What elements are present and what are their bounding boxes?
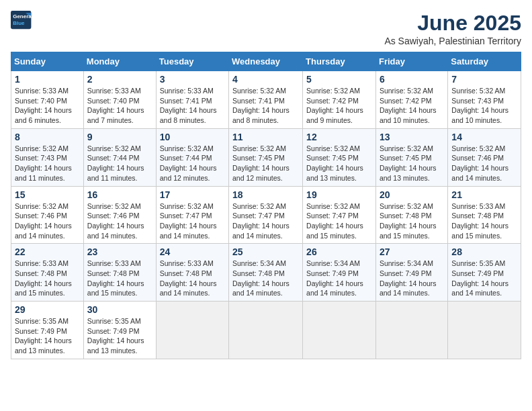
day-info: Sunrise: 5:32 AMSunset: 7:41 PMDaylight:… [232,86,299,126]
day-info: Sunrise: 5:33 AMSunset: 7:48 PMDaylight:… [451,201,517,241]
day-number: 20 [380,189,444,200]
day-number: 13 [380,132,444,142]
day-number: 4 [232,74,299,85]
day-info: Sunrise: 5:33 AMSunset: 7:40 PMDaylight:… [87,86,152,126]
day-info: Sunrise: 5:32 AMSunset: 7:47 PMDaylight:… [306,201,372,241]
weekday-header-thursday: Thursday [303,52,376,71]
svg-text:Blue: Blue [13,20,25,26]
day-number: 28 [451,246,517,257]
calendar-cell [303,302,376,359]
calendar-cell: 9Sunrise: 5:32 AMSunset: 7:44 PMDaylight… [83,128,156,186]
day-number: 17 [160,189,225,200]
day-info: Sunrise: 5:32 AMSunset: 7:47 PMDaylight:… [160,201,225,241]
calendar-cell: 16Sunrise: 5:32 AMSunset: 7:46 PMDayligh… [83,186,156,244]
day-number: 19 [306,189,372,200]
day-number: 3 [160,74,225,85]
day-info: Sunrise: 5:32 AMSunset: 7:45 PMDaylight:… [380,144,444,183]
logo: General Blue [11,11,32,30]
calendar-cell: 8Sunrise: 5:32 AMSunset: 7:43 PMDaylight… [11,128,84,186]
day-info: Sunrise: 5:32 AMSunset: 7:44 PMDaylight:… [160,144,225,183]
weekday-header-saturday: Saturday [448,52,521,71]
day-info: Sunrise: 5:32 AMSunset: 7:44 PMDaylight:… [87,144,152,183]
day-info: Sunrise: 5:32 AMSunset: 7:45 PMDaylight:… [232,144,299,183]
week-row-4: 22Sunrise: 5:33 AMSunset: 7:48 PMDayligh… [11,244,521,302]
calendar-cell: 30Sunrise: 5:35 AMSunset: 7:49 PMDayligh… [83,302,156,359]
day-number: 21 [451,189,517,200]
day-number: 25 [232,246,299,257]
day-info: Sunrise: 5:32 AMSunset: 7:45 PMDaylight:… [306,144,372,183]
week-row-2: 8Sunrise: 5:32 AMSunset: 7:43 PMDaylight… [11,128,521,186]
calendar-cell: 7Sunrise: 5:32 AMSunset: 7:43 PMDaylight… [448,71,521,129]
day-number: 9 [87,132,152,142]
day-number: 6 [380,74,444,85]
calendar-cell: 15Sunrise: 5:32 AMSunset: 7:46 PMDayligh… [11,186,84,244]
day-number: 22 [15,246,80,257]
calendar-cell [375,302,447,359]
logo-icon: General Blue [11,11,32,30]
calendar-cell: 22Sunrise: 5:33 AMSunset: 7:48 PMDayligh… [11,244,84,302]
day-number: 27 [380,246,444,257]
day-info: Sunrise: 5:35 AMSunset: 7:49 PMDaylight:… [451,259,517,298]
weekday-header-monday: Monday [83,52,156,71]
day-info: Sunrise: 5:34 AMSunset: 7:49 PMDaylight:… [306,259,372,298]
calendar-cell: 1Sunrise: 5:33 AMSunset: 7:40 PMDaylight… [11,71,84,129]
calendar-cell: 18Sunrise: 5:32 AMSunset: 7:47 PMDayligh… [229,186,303,244]
svg-text:General: General [13,13,32,19]
day-number: 16 [87,189,152,200]
day-info: Sunrise: 5:34 AMSunset: 7:48 PMDaylight:… [232,259,299,298]
day-number: 7 [451,74,517,85]
day-number: 18 [232,189,299,200]
weekday-header-friday: Friday [375,52,447,71]
calendar-cell: 29Sunrise: 5:35 AMSunset: 7:49 PMDayligh… [11,302,84,359]
month-title: June 2025 [384,11,521,36]
calendar-table: SundayMondayTuesdayWednesdayThursdayFrid… [11,52,521,359]
day-number: 11 [232,132,299,142]
calendar-cell [156,302,228,359]
day-info: Sunrise: 5:33 AMSunset: 7:40 PMDaylight:… [15,86,80,126]
calendar-cell: 21Sunrise: 5:33 AMSunset: 7:48 PMDayligh… [448,186,521,244]
calendar-cell: 17Sunrise: 5:32 AMSunset: 7:47 PMDayligh… [156,186,228,244]
calendar-cell: 3Sunrise: 5:33 AMSunset: 7:41 PMDaylight… [156,71,228,129]
day-number: 5 [306,74,372,85]
week-row-3: 15Sunrise: 5:32 AMSunset: 7:46 PMDayligh… [11,186,521,244]
header: General Blue June 2025 As Sawiyah, Pales… [11,11,521,46]
day-info: Sunrise: 5:32 AMSunset: 7:42 PMDaylight:… [380,86,444,126]
week-row-5: 29Sunrise: 5:35 AMSunset: 7:49 PMDayligh… [11,302,521,359]
calendar-cell: 14Sunrise: 5:32 AMSunset: 7:46 PMDayligh… [448,128,521,186]
day-info: Sunrise: 5:32 AMSunset: 7:43 PMDaylight:… [15,144,80,183]
day-number: 26 [306,246,372,257]
day-info: Sunrise: 5:32 AMSunset: 7:46 PMDaylight:… [451,144,517,183]
day-info: Sunrise: 5:33 AMSunset: 7:41 PMDaylight:… [160,86,225,126]
calendar-cell: 28Sunrise: 5:35 AMSunset: 7:49 PMDayligh… [448,244,521,302]
day-number: 24 [160,246,225,257]
day-number: 30 [87,304,152,315]
day-info: Sunrise: 5:33 AMSunset: 7:48 PMDaylight:… [87,259,152,298]
day-info: Sunrise: 5:34 AMSunset: 7:49 PMDaylight:… [380,259,444,298]
calendar-cell: 11Sunrise: 5:32 AMSunset: 7:45 PMDayligh… [229,128,303,186]
day-number: 23 [87,246,152,257]
day-info: Sunrise: 5:32 AMSunset: 7:46 PMDaylight:… [87,201,152,241]
day-info: Sunrise: 5:32 AMSunset: 7:46 PMDaylight:… [15,201,80,241]
week-row-1: 1Sunrise: 5:33 AMSunset: 7:40 PMDaylight… [11,71,521,129]
day-number: 8 [15,132,80,142]
calendar-cell: 26Sunrise: 5:34 AMSunset: 7:49 PMDayligh… [303,244,376,302]
weekday-header-sunday: Sunday [11,52,84,71]
calendar-cell: 12Sunrise: 5:32 AMSunset: 7:45 PMDayligh… [303,128,376,186]
calendar-cell: 2Sunrise: 5:33 AMSunset: 7:40 PMDaylight… [83,71,156,129]
calendar-cell: 25Sunrise: 5:34 AMSunset: 7:48 PMDayligh… [229,244,303,302]
day-number: 2 [87,74,152,85]
calendar-cell: 23Sunrise: 5:33 AMSunset: 7:48 PMDayligh… [83,244,156,302]
calendar-cell [229,302,303,359]
calendar-cell: 24Sunrise: 5:33 AMSunset: 7:48 PMDayligh… [156,244,228,302]
day-info: Sunrise: 5:35 AMSunset: 7:49 PMDaylight:… [15,316,80,356]
day-number: 29 [15,304,80,315]
day-number: 15 [15,189,80,200]
day-number: 12 [306,132,372,142]
calendar-cell: 6Sunrise: 5:32 AMSunset: 7:42 PMDaylight… [375,71,447,129]
calendar-cell: 27Sunrise: 5:34 AMSunset: 7:49 PMDayligh… [375,244,447,302]
day-info: Sunrise: 5:33 AMSunset: 7:48 PMDaylight:… [160,259,225,298]
calendar-cell: 19Sunrise: 5:32 AMSunset: 7:47 PMDayligh… [303,186,376,244]
calendar-cell [448,302,521,359]
location-title: As Sawiyah, Palestinian Territory [384,36,521,46]
calendar-cell: 5Sunrise: 5:32 AMSunset: 7:42 PMDaylight… [303,71,376,129]
